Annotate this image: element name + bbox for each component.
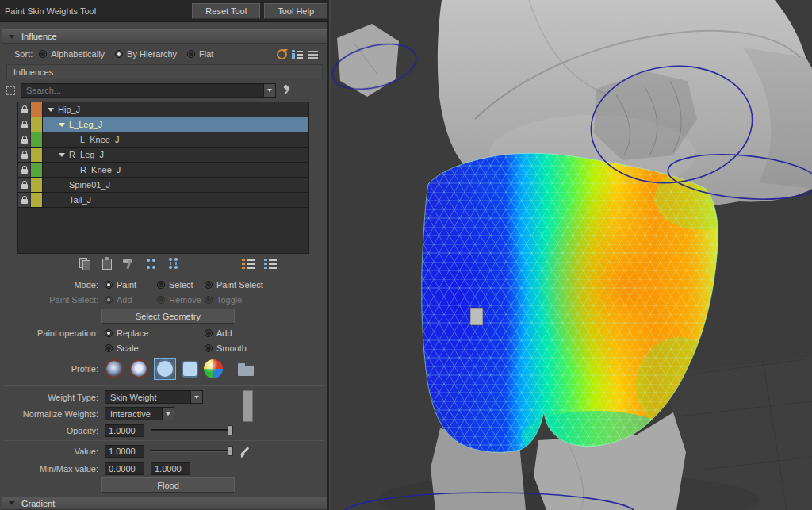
- weight-type-row: Weight Type: Skin Weight: [0, 390, 329, 404]
- operation-replace-radio[interactable]: Replace: [105, 328, 205, 338]
- opacity-row: Opacity:: [0, 424, 329, 437]
- paint-select-add-radio[interactable]: Add: [105, 295, 157, 305]
- radio-icon: [205, 329, 213, 337]
- weight-type-dropdown[interactable]: Skin Weight: [105, 390, 203, 404]
- profile-label: Profile:: [0, 364, 105, 374]
- brush-soft-icon[interactable]: [105, 359, 124, 378]
- radio-icon: [205, 296, 213, 304]
- influence-row-tail[interactable]: Tail_J: [18, 193, 308, 208]
- lock-glyph: [21, 124, 28, 128]
- brush-gradient-icon[interactable]: [204, 359, 223, 378]
- paint-select-remove-radio[interactable]: Remove: [157, 295, 205, 305]
- joint-color-swatch: [31, 102, 43, 117]
- influence-row-hip[interactable]: Hip_J: [18, 102, 308, 117]
- expand-arrow-icon[interactable]: [59, 153, 65, 157]
- refresh-influences-icon[interactable]: [277, 49, 287, 59]
- operation-scale-radio[interactable]: Scale: [105, 343, 205, 353]
- joint-name: Hip_J: [58, 105, 80, 114]
- normalize-weights-dropdown[interactable]: Interactive: [105, 407, 174, 420]
- lock-icon[interactable]: [18, 117, 31, 132]
- paint-operation-row-1: Paint operation: Replace Add: [0, 327, 329, 339]
- expand-arrow-icon[interactable]: [48, 108, 54, 112]
- radio-icon: [105, 329, 113, 337]
- value-slider[interactable]: [151, 446, 233, 456]
- paint-select-toggle-radio[interactable]: Toggle: [205, 295, 306, 305]
- tool-help-button[interactable]: Tool Help: [264, 3, 327, 19]
- opacity-slider[interactable]: [151, 425, 233, 435]
- influence-row-r-leg[interactable]: R_Leg_J: [18, 148, 308, 163]
- operation-add-radio[interactable]: Add: [205, 328, 232, 338]
- pin-icon[interactable]: [282, 85, 292, 96]
- mode-label: Mode:: [0, 280, 105, 290]
- selection-box-icon[interactable]: [6, 86, 15, 95]
- sort-flat-radio[interactable]: Flat: [187, 49, 213, 59]
- search-input[interactable]: [21, 86, 263, 95]
- pencil-icon[interactable]: [239, 445, 251, 457]
- joint-color-swatch: [31, 163, 43, 177]
- radio-icon: [205, 344, 213, 352]
- weight-hammer-icon[interactable]: [122, 257, 136, 270]
- reset-tool-button[interactable]: Reset Tool: [192, 3, 260, 19]
- radio-icon: [157, 296, 165, 304]
- joint-name: L_Leg_J: [69, 120, 102, 129]
- radio-icon: [105, 281, 113, 289]
- lock-icon[interactable]: [18, 178, 31, 192]
- mode-paint-select-radio[interactable]: Paint Select: [205, 280, 306, 290]
- mode-select-radio[interactable]: Select: [157, 280, 205, 290]
- value-field[interactable]: [105, 445, 144, 458]
- move-weights-icon[interactable]: [144, 257, 158, 270]
- slider-handle[interactable]: [228, 446, 233, 456]
- gradient-section-header[interactable]: Gradient: [2, 497, 327, 510]
- joint-name: L_Knee_J: [80, 135, 120, 144]
- joint-color-swatch: [31, 178, 43, 192]
- hierarchy-view-icon[interactable]: [292, 49, 304, 59]
- paste-weights-icon[interactable]: [100, 257, 113, 270]
- divider: [5, 385, 324, 386]
- brush-medium-icon[interactable]: [129, 359, 148, 378]
- influence-row-r-knee[interactable]: R_Knee_J: [18, 163, 308, 178]
- flat-view-icon[interactable]: [308, 49, 320, 59]
- sort-label: Sort:: [14, 49, 39, 59]
- mode-paint-radio[interactable]: Paint: [105, 280, 157, 290]
- min-value-field[interactable]: [105, 462, 144, 475]
- show-influences-icon[interactable]: [167, 257, 180, 270]
- search-dropdown-arrow-icon[interactable]: [263, 84, 275, 97]
- joint-color-swatch: [31, 193, 43, 207]
- influence-row-l-knee[interactable]: L_Knee_J: [18, 132, 308, 148]
- opacity-field[interactable]: [105, 424, 144, 437]
- expand-arrow-icon[interactable]: [59, 123, 65, 127]
- list-detail-view-icon[interactable]: [264, 257, 278, 270]
- section-scrollbar[interactable]: [243, 390, 253, 422]
- opacity-label: Opacity:: [0, 426, 105, 435]
- joint-name: Tail_J: [69, 195, 91, 205]
- window-title: Paint Skin Weights Tool: [5, 6, 188, 16]
- lock-icon[interactable]: [18, 148, 31, 162]
- influence-row-spine01[interactable]: Spine01_J: [18, 178, 308, 193]
- browse-folder-icon[interactable]: [238, 366, 254, 376]
- brush-square-icon[interactable]: [182, 361, 198, 378]
- max-value-field[interactable]: [151, 462, 190, 475]
- copy-weights-icon[interactable]: [78, 257, 91, 270]
- slider-handle[interactable]: [228, 425, 233, 435]
- operation-smooth-radio[interactable]: Smooth: [205, 343, 247, 353]
- flood-button[interactable]: Flood: [102, 477, 235, 493]
- radio-icon: [187, 50, 195, 58]
- lock-icon[interactable]: [18, 163, 31, 177]
- joint-name: Spine01_J: [69, 180, 110, 190]
- influence-section-header[interactable]: Influence: [2, 29, 327, 44]
- mode-row: Mode: Paint Select Paint Select: [0, 278, 329, 291]
- select-geometry-button[interactable]: Select Geometry: [102, 309, 235, 324]
- viewport-canvas[interactable]: [331, 0, 812, 510]
- lock-icon[interactable]: [18, 193, 31, 207]
- slider-track: [151, 450, 233, 452]
- radio-icon: [205, 281, 213, 289]
- influences-tab[interactable]: Influences: [6, 64, 323, 79]
- sort-alphabetically-radio[interactable]: Alphabetically: [39, 49, 105, 59]
- sort-by-hierarchy-radio[interactable]: By Hierarchy: [115, 49, 177, 59]
- list-compact-view-icon[interactable]: [242, 257, 255, 270]
- brush-hard-icon[interactable]: [155, 359, 174, 378]
- influence-row-l-leg[interactable]: L_Leg_J: [18, 117, 308, 132]
- lock-icon[interactable]: [18, 132, 31, 147]
- lock-glyph: [21, 169, 28, 174]
- lock-icon[interactable]: [18, 102, 31, 117]
